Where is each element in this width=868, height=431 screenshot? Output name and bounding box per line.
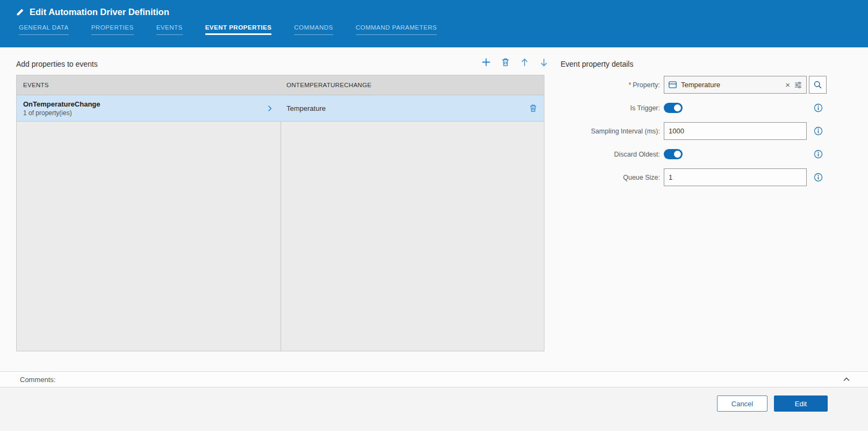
add-button[interactable] (478, 55, 493, 70)
app-header: Edit Automation Driver Definition GENERA… (0, 0, 868, 47)
details-title: Event property details (561, 60, 830, 68)
is-trigger-label: Is Trigger: (561, 104, 660, 112)
tab-general-data[interactable]: GENERAL DATA (19, 24, 69, 35)
tab-event-properties[interactable]: EVENT PROPERTIES (205, 24, 272, 35)
cancel-button[interactable]: Cancel (717, 395, 767, 412)
required-asterisk: * (628, 81, 631, 89)
trash-icon (529, 104, 537, 112)
add-icon (481, 57, 491, 69)
page-title: Edit Automation Driver Definition (30, 7, 169, 17)
table-row[interactable]: OnTemperatureChange 1 of property(ies) T… (17, 95, 544, 122)
sampling-interval-label: Sampling Interval (ms): (561, 128, 660, 135)
property-label: Property: (633, 81, 660, 89)
move-up-button[interactable] (517, 55, 532, 70)
delete-icon (501, 58, 510, 68)
sampling-interval-info-icon[interactable] (814, 126, 823, 136)
search-icon (813, 80, 822, 89)
tab-properties[interactable]: PROPERTIES (91, 24, 134, 35)
field-property: *Property: Temperature × (561, 76, 830, 94)
chevron-right-icon (266, 104, 274, 112)
move-up-icon (520, 58, 529, 69)
event-cell[interactable]: OnTemperatureChange 1 of property(ies) (17, 95, 280, 121)
discard-oldest-info-icon[interactable] (814, 150, 823, 159)
delete-property-button[interactable] (529, 104, 537, 112)
edit-automation-driver-page: Edit Automation Driver Definition GENERA… (0, 0, 868, 431)
search-button[interactable] (809, 76, 827, 94)
event-name: OnTemperatureChange (23, 100, 101, 108)
field-discard-oldest: Discard Oldest: (561, 145, 830, 163)
property-cell[interactable]: Temperature (280, 95, 544, 121)
edit-pencil-icon (16, 8, 24, 16)
event-property-details-panel: Event property details *Property: Temper… (561, 60, 830, 192)
section-title: Add properties to events (16, 60, 98, 68)
events-toolbar (478, 55, 551, 70)
tab-events[interactable]: EVENTS (156, 24, 183, 35)
field-queue-size: Queue Size: (561, 168, 830, 186)
discard-oldest-toggle[interactable] (664, 149, 683, 159)
property-lookup-value: Temperature (681, 81, 781, 89)
delete-button[interactable] (498, 55, 513, 70)
queue-size-info-icon[interactable] (814, 173, 823, 182)
move-down-icon (539, 58, 549, 69)
move-down-button[interactable] (536, 55, 551, 70)
queue-size-label: Queue Size: (561, 174, 660, 181)
property-type-icon (668, 80, 677, 89)
events-table: EVENTS ONTEMPERATURECHANGE OnTemperature… (16, 75, 544, 351)
discard-oldest-label: Discard Oldest: (561, 151, 660, 158)
property-lookup-field[interactable]: Temperature × (664, 76, 807, 94)
expand-row-button[interactable] (266, 104, 274, 112)
clear-icon[interactable]: × (785, 81, 790, 89)
sampling-interval-input[interactable] (664, 122, 807, 140)
property-name: Temperature (286, 104, 326, 112)
field-sampling-interval: Sampling Interval (ms): (561, 122, 830, 140)
comments-section: Comments: (0, 371, 868, 387)
field-is-trigger: Is Trigger: (561, 99, 830, 117)
footer-bar: Cancel Edit (0, 388, 868, 431)
tab-bar: GENERAL DATA PROPERTIES EVENTS EVENT PRO… (0, 17, 868, 35)
chevron-up-icon (842, 375, 851, 384)
edit-button[interactable]: Edit (774, 395, 828, 412)
comments-label: Comments: (20, 376, 55, 384)
queue-size-input[interactable] (664, 168, 807, 186)
column-header-ontemperaturechange: ONTEMPERATURECHANGE (280, 75, 544, 95)
tab-command-parameters[interactable]: COMMAND PARAMETERS (356, 24, 437, 35)
filter-icon[interactable] (794, 81, 802, 89)
is-trigger-toggle[interactable] (664, 103, 683, 113)
column-header-events: EVENTS (17, 75, 280, 95)
event-subtitle: 1 of property(ies) (23, 109, 101, 117)
collapse-comments-button[interactable] (842, 375, 851, 384)
tab-commands[interactable]: COMMANDS (294, 24, 333, 35)
table-header-row: EVENTS ONTEMPERATURECHANGE (17, 75, 544, 95)
is-trigger-info-icon[interactable] (814, 103, 823, 112)
